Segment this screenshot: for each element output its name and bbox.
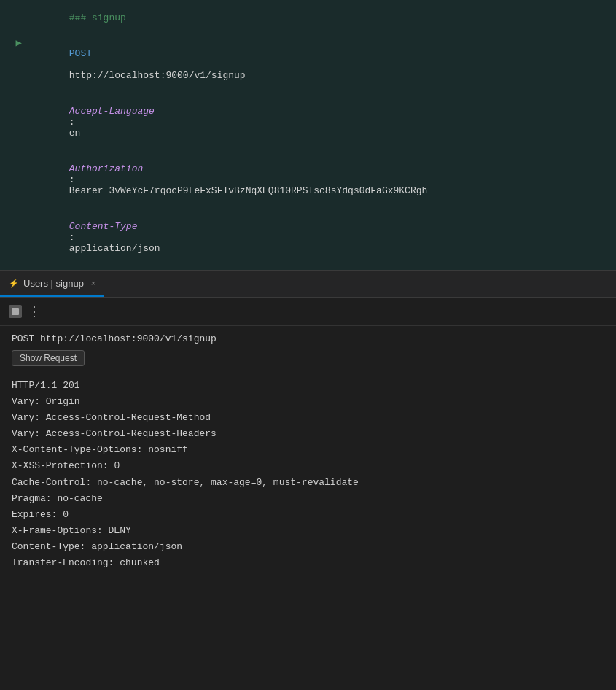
heading-text: ### signup: [69, 12, 126, 23]
header-accept-language: Accept-Language : en: [0, 93, 616, 151]
header-content-type: Content-Type : application/json: [0, 209, 616, 266]
show-request-button[interactable]: Show Request: [12, 350, 85, 366]
http-method: POST: [69, 48, 92, 59]
request-url: [69, 59, 75, 70]
header-val-2: Bearer 3vWeYcF7rqocP9LeFxSFlvBzNqXEQ810R…: [69, 185, 427, 196]
response-section: ⋮ POST http://localhost:9000/v1/signup S…: [0, 298, 616, 690]
response-header-xxp: X-XSS-Protection: 0: [12, 458, 604, 474]
editor-section: ### signup ▶ POST http://localhost:9000/…: [0, 0, 616, 270]
empty-line: [0, 266, 616, 270]
response-header-vary-headers: Vary: Access-Control-Request-Headers: [12, 426, 604, 442]
method-line: ▶ POST http://localhost:9000/v1/signup: [0, 36, 616, 93]
play-gutter[interactable]: ▶: [0, 36, 29, 49]
response-header-content-type: Content-Type: application/json: [12, 539, 604, 555]
header-val-3: application/json: [69, 243, 160, 254]
header-colon-1: :: [69, 117, 81, 128]
header-val-1: en: [69, 128, 81, 139]
header-colon-3: :: [69, 232, 81, 243]
header-authorization: Authorization : Bearer 3vWeYcF7rqocP9LeF…: [0, 151, 616, 209]
heading-line: ### signup: [0, 0, 616, 36]
http-status-line: HTTP/1.1 201: [12, 378, 604, 394]
response-header-xfo: X-Frame-Options: DENY: [12, 523, 604, 539]
stop-button[interactable]: [9, 305, 22, 318]
method-content: POST http://localhost:9000/v1/signup: [29, 36, 616, 93]
response-header-xcto: X-Content-Type-Options: nosniff: [12, 442, 604, 458]
response-header-cache-control: Cache-Control: no-cache, no-store, max-a…: [12, 475, 604, 491]
tab-label: Users | signup: [23, 278, 84, 289]
response-header-expires: Expires: 0: [12, 507, 604, 523]
tab-close-button[interactable]: ×: [91, 279, 95, 287]
stop-icon: [12, 308, 19, 315]
response-header-transfer-encoding: Transfer-Encoding: chunked: [12, 555, 604, 571]
response-toolbar: ⋮: [0, 298, 616, 326]
header-key-1: Accept-Language: [69, 106, 155, 117]
response-headers: HTTP/1.1 201 Vary: Origin Vary: Access-C…: [0, 375, 616, 574]
header-accept-language-content: Accept-Language : en: [29, 94, 616, 150]
tab-icon: ⚡: [9, 279, 19, 288]
tab-bar: ⚡ Users | signup ×: [0, 270, 616, 298]
response-header-vary-origin: Vary: Origin: [12, 394, 604, 410]
more-options-button[interactable]: ⋮: [28, 303, 42, 319]
header-colon-2: :: [69, 174, 81, 185]
header-key-3: Content-Type: [69, 221, 138, 232]
header-authorization-content: Authorization : Bearer 3vWeYcF7rqocP9LeF…: [29, 152, 616, 208]
header-key-2: Authorization: [69, 163, 143, 174]
tab-users-signup[interactable]: ⚡ Users | signup ×: [0, 271, 104, 297]
response-header-vary-method: Vary: Access-Control-Request-Method: [12, 410, 604, 426]
play-icon[interactable]: ▶: [16, 36, 22, 49]
heading-content: ### signup: [29, 1, 616, 35]
request-url-value: http://localhost:9000/v1/signup: [69, 70, 246, 81]
header-content-type-content: Content-Type : application/json: [29, 209, 616, 265]
response-header-pragma: Pragma: no-cache: [12, 491, 604, 507]
empty-content: [29, 267, 616, 270]
response-url: POST http://localhost:9000/v1/signup: [0, 326, 616, 347]
